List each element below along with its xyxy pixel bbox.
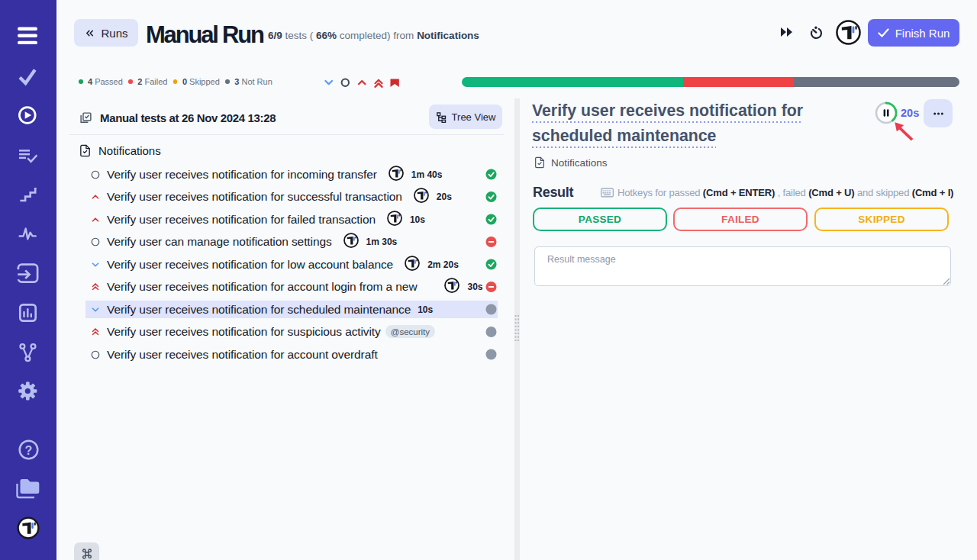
svg-text:?: ? bbox=[25, 444, 33, 457]
